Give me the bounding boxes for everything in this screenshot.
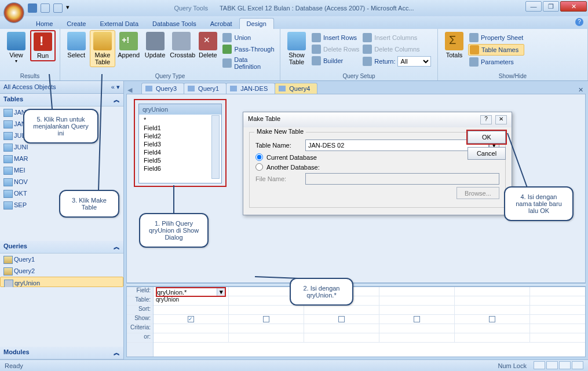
collapse-icon[interactable]: ︽ [114,348,120,357]
nav-section-tables[interactable]: Tables︽ [0,94,123,106]
property-icon [469,33,479,42]
run-button[interactable]: Run [30,30,56,61]
show-checkbox[interactable] [489,316,495,322]
parameters-button[interactable]: Parameters [468,57,524,67]
qbe-label: Field: [127,287,153,296]
view-switcher[interactable] [532,361,583,370]
select-button[interactable]: Select [64,30,89,60]
doc-tab[interactable]: Query1 [184,83,227,94]
field-item[interactable]: Field4 [139,148,221,156]
update-button[interactable]: Update [143,30,167,60]
chevron-down-icon[interactable]: ▾ [217,288,225,296]
builder-button[interactable]: Builder [311,56,360,66]
nav-item-query[interactable]: Query1 [0,254,123,265]
help-icon[interactable]: ? [575,18,583,26]
append-button[interactable]: Append [116,30,141,60]
insert-rows-button[interactable]: Insert Rows [311,32,360,43]
dialog-titlebar[interactable]: Make Table ?✕ [243,112,512,127]
tab-design[interactable]: Design [239,18,274,29]
nav-item-table[interactable]: MAR [0,153,123,164]
qat-more-icon[interactable]: ▾ [66,3,75,13]
union-button[interactable]: Union [221,32,276,43]
tab-external-data[interactable]: External Data [93,19,145,29]
insert-cols-button[interactable]: Insert Columns [361,32,432,43]
minimize-button[interactable]: — [525,1,542,12]
doc-tab[interactable]: Query3 [141,83,184,94]
return-select[interactable]: All [397,56,431,67]
field-item[interactable]: Field5 [139,156,221,164]
table-names-button[interactable]: Table Names [468,44,524,56]
delete-button[interactable]: Delete [195,30,220,60]
qbe-row-labels: Field:Table:Sort:Show:Criteria:or: [127,287,154,357]
show-checkbox[interactable] [188,316,194,322]
field-item[interactable]: Field2 [139,132,221,140]
close-button[interactable]: ✕ [560,1,587,12]
nav-section-queries[interactable]: Queries︽ [0,241,123,254]
source-field-list[interactable]: *Field1Field2Field3Field4Field5Field6 [139,115,221,174]
document-tabs: Query3 Query1 JAN-DES Query4 [124,81,588,94]
dialog-help-icon[interactable]: ? [480,115,492,124]
show-checkbox[interactable] [414,316,420,322]
delete-rows-button[interactable]: Delete Rows [311,44,360,54]
field-dropdown[interactable]: qryUnion.*▾ [156,287,226,297]
nav-item-query[interactable]: Query2 [0,265,123,277]
browse-button: Browse... [456,187,499,199]
make-table-button[interactable]: Make Table [90,30,115,67]
collapse-icon[interactable]: ︽ [114,95,120,104]
insert-cols-icon [363,33,372,42]
nav-item-table[interactable]: MEI [0,164,123,176]
group-querytype-label: Query Type [64,73,276,80]
window-title: TABK GL Excel 12 Bulan : Database (Acces… [220,5,414,12]
view-button[interactable]: View▾ [3,30,29,65]
show-checkbox[interactable] [338,316,345,322]
save-icon[interactable] [28,3,37,13]
qbe-label: Show: [127,315,153,324]
field-item[interactable]: Field1 [139,124,221,132]
ok-button[interactable]: OK [468,131,506,144]
totals-button[interactable]: Totals [441,30,467,60]
datadef-button[interactable]: Data Definition [221,56,276,71]
tablename-input[interactable] [305,139,489,151]
nav-item-table[interactable]: NOV [0,176,123,188]
show-table-button[interactable]: Show Table [284,30,309,67]
doc-tab[interactable]: JAN-DES [226,83,275,94]
another-db-radio[interactable] [255,163,263,171]
undo-icon[interactable] [41,3,50,13]
ribbon: View▾ Run Results Select Make Table Appe… [0,29,588,81]
office-button[interactable] [3,2,24,23]
chevron-down-icon[interactable]: « ▾ [111,83,120,91]
maximize-button[interactable]: ❐ [543,1,559,12]
doc-tab-active[interactable]: Query4 [275,83,317,94]
collapse-icon[interactable]: ︽ [114,243,120,251]
quick-access-toolbar: ▾ [28,3,75,13]
tab-database-tools[interactable]: Database Tools [145,19,203,29]
field-item[interactable]: * [139,116,221,124]
make-table-dialog: Make Table ?✕ Make New Table Table Name:… [243,112,512,215]
field-item[interactable]: Field6 [139,164,221,172]
tablenames-icon [470,45,479,54]
dialog-close-icon[interactable]: ✕ [495,115,507,124]
tab-acrobat[interactable]: Acrobat [203,19,239,29]
scrollbar[interactable] [211,115,220,179]
qbe-grid[interactable]: Field:Table:Sort:Show:Criteria:or: qryUn… [126,286,586,357]
source-table[interactable]: qryUnion *Field1Field2Field3Field4Field5… [138,104,222,183]
field-item[interactable]: Field3 [139,140,221,148]
show-checkbox[interactable] [263,316,269,322]
ribbon-tabs: Home Create External Data Database Tools… [0,16,588,29]
property-sheet-button[interactable]: Property Sheet [468,32,524,43]
nav-header[interactable]: All Access Objects« ▾ [0,81,123,94]
tab-create[interactable]: Create [60,19,93,29]
qbe-columns[interactable]: qryUnion.*▾ qryUnion [154,287,585,357]
tab-home[interactable]: Home [29,19,60,29]
delete-cols-button[interactable]: Delete Columns [361,44,432,54]
crosstab-button[interactable]: Crosstab [169,30,194,60]
passthrough-button[interactable]: Pass-Through [221,44,276,54]
cancel-button[interactable]: Cancel [468,147,506,160]
redo-icon[interactable] [53,3,63,13]
group-querysetup-label: Query Setup [284,73,434,80]
nav-item-query[interactable]: qryUnion [0,277,123,287]
nav-section-modules[interactable]: Modules︽ [0,347,123,359]
table-cell[interactable]: qryUnion [154,296,229,305]
current-db-radio[interactable] [255,153,263,161]
dialog-title: Make Table [248,115,280,124]
